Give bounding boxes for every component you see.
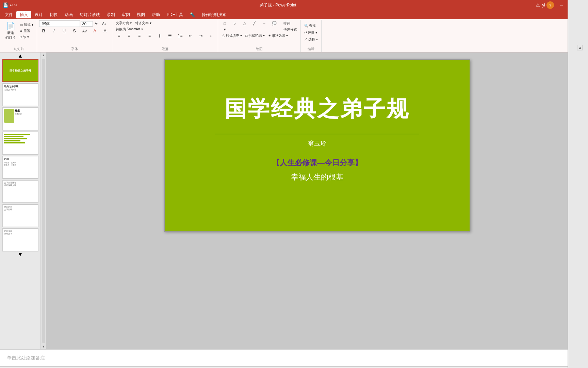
slides-group-label: 幻灯片	[3, 46, 35, 51]
select-button[interactable]: ↗ 选择 ▾	[303, 37, 320, 42]
shape-triangle[interactable]: △	[240, 20, 249, 26]
numbering-button[interactable]: 1≡	[176, 33, 185, 39]
slide-thumbnail-2[interactable]: 经典之弟子规 内容文字内容...	[2, 83, 38, 106]
align-right-button[interactable]: ≡	[135, 33, 144, 39]
menu-pdf[interactable]: PDF工具	[163, 11, 186, 18]
far-right-panel	[568, 0, 588, 368]
notes-placeholder: 单击此处添加备注	[7, 355, 45, 361]
undo-icon[interactable]: ↩	[10, 3, 13, 7]
shape-arrow[interactable]: →	[260, 20, 269, 26]
shape-callout[interactable]: 💬	[270, 20, 279, 26]
indent-more-button[interactable]: ⇥	[196, 33, 206, 39]
strikethrough-button[interactable]: S	[70, 28, 79, 34]
user-avatar[interactable]: Y	[546, 1, 554, 9]
menu-record[interactable]: 录制	[103, 11, 118, 18]
slide-thumbnail-4[interactable]	[2, 132, 38, 155]
menu-file[interactable]: 文件	[1, 11, 16, 18]
align-center-button[interactable]: ≡	[125, 33, 134, 39]
slide-author[interactable]: 翁玉玲	[308, 139, 326, 148]
italic-button[interactable]: I	[49, 28, 59, 34]
menu-spotlight[interactable]: 🔦	[186, 12, 198, 18]
minimize-button[interactable]: ─	[557, 2, 566, 9]
bold-button[interactable]: B	[39, 28, 49, 34]
menu-bar: 文件 插入 设计 切换 动画 幻灯片放映 录制 审阅 视图 帮助 PDF工具 🔦…	[0, 10, 588, 19]
ribbon-toolbar: 📄 新建 幻灯片 ▭ 版式 ▾ ↺ 重置 □ 节 ▾ 幻灯片 宋体 30 A↑ …	[0, 19, 588, 52]
slide-divider	[215, 134, 419, 134]
col-count-button[interactable]: ⫿	[155, 33, 165, 39]
replace-button[interactable]: ⇄ 替换 ▾	[303, 30, 320, 35]
slide-panel: ▲ 国学经典之弟子规 经典之弟子规 内容文字内容... 标题	[0, 52, 41, 349]
slide-main-title[interactable]: 国学经典之弟子规	[225, 94, 410, 124]
find-button[interactable]: 🔍 查找	[303, 23, 320, 29]
collapse-ribbon-button[interactable]: ∧	[577, 45, 583, 50]
main-slide[interactable]: 国学经典之弟子规 翁玉玲 【人生必修课—今日分享】 幸福人生的根基	[164, 59, 470, 232]
shape-fill-button[interactable]: △ 形状填充 ▾	[220, 33, 244, 39]
scrollbar-up-arrow[interactable]: ▲	[41, 52, 46, 58]
underline-button[interactable]: U	[60, 28, 69, 34]
user-label: yi	[542, 3, 545, 7]
slide-thumbnail-8[interactable]: 内容页面详细文字	[2, 228, 38, 251]
arrange-button[interactable]: 排列	[282, 21, 298, 26]
alert-icon: ⚠	[536, 2, 540, 8]
new-slide-button[interactable]: 📄 新建 幻灯片	[3, 20, 18, 42]
text-direction-button[interactable]: 文字方向 ▾	[114, 20, 133, 26]
shape-rect[interactable]: □	[220, 20, 230, 26]
slide-subtitle1[interactable]: 【人生必修课—今日分享】	[272, 158, 362, 168]
window-title: 弟子规 - PowerPoint	[20, 2, 536, 8]
font-size-increase[interactable]: A↑	[94, 21, 100, 26]
convert-smartart-button[interactable]: 转换为 SmartArt ▾	[114, 27, 144, 32]
font-size-input[interactable]: 30	[81, 21, 93, 27]
title-bar: 💾 ↩ ↪ 弟子规 - PowerPoint ⚠ yi Y ─ ❐ ✕	[0, 0, 588, 10]
reset-button[interactable]: ↺ 重置	[18, 28, 35, 34]
font-size-decrease[interactable]: A↓	[101, 21, 108, 26]
scrollbar-down-arrow[interactable]: ▼	[41, 344, 46, 349]
menu-help[interactable]: 帮助	[148, 11, 163, 18]
layout-button[interactable]: ▭ 版式 ▾	[18, 22, 35, 28]
shape-effect-button[interactable]: ✦ 形状效果 ▾	[267, 33, 290, 39]
menu-review[interactable]: 审阅	[118, 11, 133, 18]
char-spacing-button[interactable]: AV	[80, 28, 89, 34]
shape-outline-button[interactable]: □ 形状轮廓 ▾	[244, 33, 266, 39]
panel-scroll-down[interactable]: ▼	[1, 252, 39, 257]
menu-insert[interactable]: 插入	[16, 11, 31, 18]
text-highlight-button[interactable]: A	[100, 28, 110, 34]
ribbon-group-drawing: □ ○ △ ╱ → 💬 ▾ 排列 快速样式 △ 形状填充 ▾ □ 形状轮廓 ▾ …	[218, 20, 301, 52]
shape-more[interactable]: ▾	[220, 27, 230, 32]
redo-icon[interactable]: ↪	[14, 3, 17, 7]
shape-line[interactable]: ╱	[250, 20, 259, 26]
slide-thumbnail-7[interactable]: 更多内容文字说明	[2, 204, 38, 227]
menu-transition[interactable]: 切换	[46, 11, 61, 18]
align-left-button[interactable]: ≡	[114, 33, 124, 39]
shape-oval[interactable]: ○	[230, 20, 240, 26]
menu-animation[interactable]: 动画	[61, 11, 76, 18]
canvas-area[interactable]: ▲ 国学经典之弟子规 翁玉玲 【人生必修课—今日分享】 幸福人生的根基 ▲ ▼	[46, 52, 588, 349]
indent-less-button[interactable]: ⇤	[186, 33, 195, 39]
main-editing-area: ▲ 国学经典之弟子规 经典之弟子规 内容文字内容... 标题	[0, 52, 588, 349]
paragraph-group-label: 段落	[114, 46, 216, 51]
justify-button[interactable]: ≡	[145, 33, 154, 39]
slide-thumb-container-1: 国学经典之弟子规	[1, 59, 39, 82]
font-color-button[interactable]: A	[90, 28, 100, 34]
section-button[interactable]: □ 节 ▾	[18, 34, 35, 40]
slide-subtitle2[interactable]: 幸福人生的根基	[291, 172, 343, 182]
slide-thumbnail-1[interactable]: 国学经典之弟子规	[2, 59, 38, 82]
slide-panel-scrollbar[interactable]: ▲ ▼	[41, 52, 46, 349]
menu-search[interactable]: 操作说明搜索	[198, 11, 230, 18]
align-text-button[interactable]: 对齐文本 ▾	[134, 20, 153, 26]
menu-design[interactable]: 设计	[31, 11, 46, 18]
bullets-button[interactable]: ☰	[165, 33, 175, 39]
quick-style-button[interactable]: 快速样式	[282, 27, 298, 32]
save-icon[interactable]: 💾	[3, 2, 9, 8]
slide-thumbnail-6[interactable]: 文字内容区域详细说明文字	[2, 180, 38, 203]
slide-thumbnail-3[interactable]: 标题 文本内容	[2, 107, 38, 131]
menu-slideshow[interactable]: 幻灯片放映	[76, 11, 103, 18]
font-group-label: 字体	[39, 46, 110, 51]
slide-thumbnail-5[interactable]: 内容 弟子规，圣人训首孝弟，次谨信	[2, 156, 38, 179]
panel-scroll-up[interactable]: ▲	[1, 54, 39, 58]
font-name-input[interactable]: 宋体	[39, 20, 80, 27]
menu-view[interactable]: 视图	[133, 11, 148, 18]
ribbon-group-edit: 🔍 查找 ⇄ 替换 ▾ ↗ 选择 ▾ 编辑	[301, 20, 322, 52]
notes-area[interactable]: 单击此处添加备注	[0, 349, 588, 366]
line-spacing-button[interactable]: ↕	[206, 33, 216, 39]
status-bar: 共 88 张 📄 中文(中国) 🔍 辅助功能: 调查 📝 备注 💬 批注 ▭ ⊞…	[0, 366, 588, 368]
